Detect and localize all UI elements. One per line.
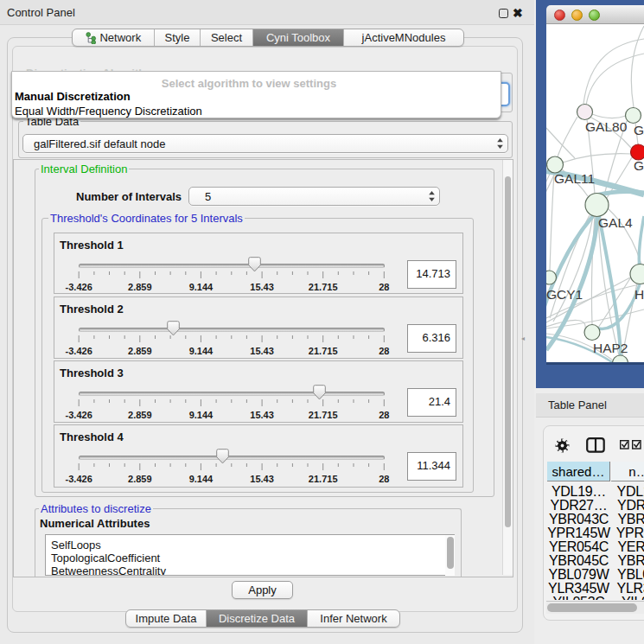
svg-text:GAL4: GAL4 <box>598 215 633 230</box>
svg-text:G: G <box>634 158 644 173</box>
svg-text:GA: GA <box>634 123 644 137</box>
svg-text:H: H <box>634 287 644 302</box>
svg-text:HAP2: HAP2 <box>593 341 628 355</box>
svg-text:GCY1: GCY1 <box>546 287 583 302</box>
svg-text:GAL11: GAL11 <box>554 171 595 186</box>
svg-text:GAL80: GAL80 <box>585 119 628 134</box>
